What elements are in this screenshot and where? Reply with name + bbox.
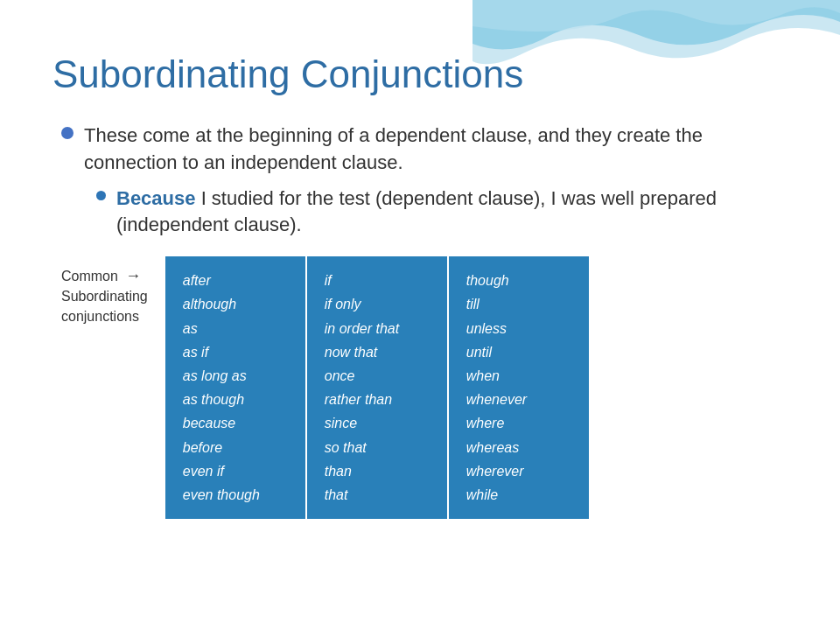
word-although: although: [183, 292, 288, 316]
word-since: since: [325, 411, 430, 435]
word-once: once: [325, 364, 430, 388]
word-now-that: now that: [325, 340, 430, 364]
bullet-dot-sub: [96, 191, 106, 200]
word-rather-than: rather than: [325, 388, 430, 411]
word-in-order-that: in order that: [325, 317, 430, 340]
word-even-if: even if: [183, 459, 288, 483]
word-as: as: [183, 317, 288, 340]
sub-bullet: Because I studied for the test (dependen…: [96, 186, 788, 240]
bullet-dot-main: [61, 127, 74, 139]
word-even-though: even though: [183, 483, 288, 507]
word-where: where: [466, 411, 571, 435]
word-if-only: if only: [325, 292, 430, 316]
word-that: that: [325, 483, 430, 507]
word-as-though: as though: [183, 388, 288, 411]
main-bullet-item: These come at the beginning of a depende…: [61, 122, 788, 177]
table-section: Common → Subordinating conjunctions afte…: [52, 256, 788, 519]
word-before: before: [183, 436, 288, 459]
word-if: if: [325, 269, 430, 292]
bullet-section: These come at the beginning of a depende…: [52, 122, 788, 239]
sub-bullet-text: Because I studied for the test (dependen…: [116, 186, 788, 240]
word-until: until: [466, 340, 571, 364]
word-when: when: [466, 364, 571, 388]
highlight-because: Because: [116, 187, 196, 209]
main-bullet-text: These come at the beginning of a depende…: [84, 122, 788, 177]
main-content: Subordinating Conjunctions These come at…: [0, 0, 840, 545]
word-so-that: so that: [325, 436, 430, 459]
word-till: till: [466, 292, 571, 316]
table-label: Common → Subordinating conjunctions: [61, 256, 148, 326]
page-title: Subordinating Conjunctions: [52, 52, 788, 96]
word-as-if: as if: [183, 340, 288, 364]
word-though: though: [466, 269, 571, 292]
word-whenever: whenever: [466, 388, 571, 411]
conjunction-table: after although as as if as long as as th…: [165, 256, 589, 519]
conj-col-1: after although as as if as long as as th…: [165, 256, 305, 519]
sub-bullet-item: Because I studied for the test (dependen…: [96, 186, 788, 240]
word-than: than: [325, 459, 430, 483]
table-label-line1: Common: [61, 269, 118, 284]
conj-col-3: though till unless until when whenever w…: [449, 256, 589, 519]
table-label-text: Common → Subordinating conjunctions: [61, 265, 148, 326]
conj-col-2: if if only in order that now that once r…: [307, 256, 447, 519]
word-as-long-as: as long as: [183, 364, 288, 388]
sub-bullet-rest: I studied for the test (dependent clause…: [116, 187, 717, 236]
word-unless: unless: [466, 317, 571, 340]
word-wherever: wherever: [466, 459, 571, 483]
table-label-line2: Subordinating: [61, 289, 148, 304]
word-while: while: [466, 483, 571, 507]
table-label-arrow: →: [125, 267, 141, 284]
word-because: because: [183, 411, 288, 435]
word-whereas: whereas: [466, 436, 571, 459]
word-after: after: [183, 269, 288, 292]
table-label-line3: conjunctions: [61, 309, 139, 324]
